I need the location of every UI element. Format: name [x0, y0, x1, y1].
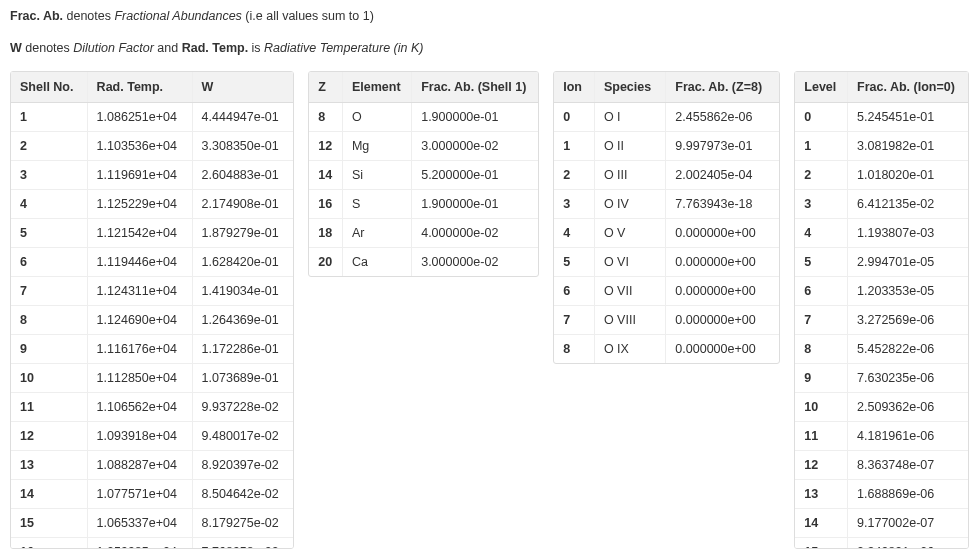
- shells-table: Shell No.Rad. Temp.W 11.086251e+044.4449…: [11, 72, 293, 549]
- table-row[interactable]: 114.181961e-06: [795, 422, 968, 451]
- cell: 0: [554, 103, 594, 132]
- table-row[interactable]: 91.116176e+041.172286e-01: [11, 335, 293, 364]
- table-row[interactable]: 52.994701e-05: [795, 248, 968, 277]
- table-row[interactable]: 151.065337e+048.179275e-02: [11, 509, 293, 538]
- table-row[interactable]: 31.119691e+042.604883e-01: [11, 161, 293, 190]
- table-row[interactable]: 2O III2.002405e-04: [554, 161, 779, 190]
- table-row[interactable]: 101.112850e+041.073689e-01: [11, 364, 293, 393]
- table-row[interactable]: 51.121542e+041.879279e-01: [11, 219, 293, 248]
- levels-table: LevelFrac. Ab. (Ion=0) 05.245451e-0113.0…: [795, 72, 968, 549]
- table-row[interactable]: 21.018020e-01: [795, 161, 968, 190]
- cell: 2.349891e-06: [848, 538, 968, 550]
- cell: 4: [554, 219, 594, 248]
- shells-table-wrap[interactable]: Shell No.Rad. Temp.W 11.086251e+044.4449…: [10, 71, 294, 549]
- cell: Ar: [342, 219, 411, 248]
- table-row[interactable]: 12Mg3.000000e-02: [309, 132, 538, 161]
- table-row[interactable]: 41.125229e+042.174908e-01: [11, 190, 293, 219]
- table-row[interactable]: 13.081982e-01: [795, 132, 968, 161]
- table-row[interactable]: 152.349891e-06: [795, 538, 968, 550]
- cell: 14: [309, 161, 342, 190]
- cell: 15: [795, 538, 847, 550]
- table-row[interactable]: 131.688869e-06: [795, 480, 968, 509]
- cell: 2: [795, 161, 847, 190]
- cell: 8.504642e-02: [192, 480, 293, 509]
- table-row[interactable]: 8O IX0.000000e+00: [554, 335, 779, 364]
- table-row[interactable]: 61.203353e-05: [795, 277, 968, 306]
- levels-table-wrap[interactable]: LevelFrac. Ab. (Ion=0) 05.245451e-0113.0…: [794, 71, 969, 549]
- column-header: Level: [795, 72, 847, 103]
- column-header: Element: [342, 72, 411, 103]
- cell: O IX: [594, 335, 665, 364]
- table-row[interactable]: 81.124690e+041.264369e-01: [11, 306, 293, 335]
- cell: 16: [11, 538, 87, 550]
- cell: Mg: [342, 132, 411, 161]
- table-row[interactable]: 41.193807e-03: [795, 219, 968, 248]
- cell: 6: [795, 277, 847, 306]
- cell: 13: [795, 480, 847, 509]
- cell: 2.002405e-04: [666, 161, 779, 190]
- table-row[interactable]: 131.088287e+048.920397e-02: [11, 451, 293, 480]
- cell: 0.000000e+00: [666, 306, 779, 335]
- cell: 1.116176e+04: [87, 335, 192, 364]
- table-row[interactable]: 128.363748e-07: [795, 451, 968, 480]
- cell: 9.997973e-01: [666, 132, 779, 161]
- table-row[interactable]: 85.452822e-06: [795, 335, 968, 364]
- table-row[interactable]: 0O I2.455862e-06: [554, 103, 779, 132]
- table-row[interactable]: 61.119446e+041.628420e-01: [11, 248, 293, 277]
- cell: 2.174908e-01: [192, 190, 293, 219]
- table-row[interactable]: 111.106562e+049.937228e-02: [11, 393, 293, 422]
- table-row[interactable]: 36.412135e-02: [795, 190, 968, 219]
- column-header: Frac. Ab. (Z=8): [666, 72, 779, 103]
- table-row[interactable]: 71.124311e+041.419034e-01: [11, 277, 293, 306]
- cell: 10: [11, 364, 87, 393]
- cell: 2: [11, 132, 87, 161]
- table-row[interactable]: 21.103536e+043.308350e-01: [11, 132, 293, 161]
- cell: 9.177002e-07: [848, 509, 968, 538]
- table-row[interactable]: 149.177002e-07: [795, 509, 968, 538]
- table-row[interactable]: 141.077571e+048.504642e-02: [11, 480, 293, 509]
- cell: 20: [309, 248, 342, 277]
- table-row[interactable]: 102.509362e-06: [795, 393, 968, 422]
- table-row[interactable]: 20Ca3.000000e-02: [309, 248, 538, 277]
- legend-text: denotes: [22, 41, 73, 55]
- cell: 8.363748e-07: [848, 451, 968, 480]
- cell: 3.081982e-01: [848, 132, 968, 161]
- table-row[interactable]: 18Ar4.000000e-02: [309, 219, 538, 248]
- ions-table-wrap[interactable]: IonSpeciesFrac. Ab. (Z=8) 0O I2.455862e-…: [553, 71, 780, 364]
- cell: 18: [309, 219, 342, 248]
- table-row[interactable]: 3O IV7.763943e-18: [554, 190, 779, 219]
- table-row[interactable]: 5O VI0.000000e+00: [554, 248, 779, 277]
- table-row[interactable]: 05.245451e-01: [795, 103, 968, 132]
- table-row[interactable]: 1O II9.997973e-01: [554, 132, 779, 161]
- cell: 1.073689e-01: [192, 364, 293, 393]
- table-row[interactable]: 121.093918e+049.480017e-02: [11, 422, 293, 451]
- cell: O VIII: [594, 306, 665, 335]
- cell: 7: [554, 306, 594, 335]
- column-header: Frac. Ab. (Shell 1): [412, 72, 539, 103]
- table-row[interactable]: 8O1.900000e-01: [309, 103, 538, 132]
- table-row[interactable]: 6O VII0.000000e+00: [554, 277, 779, 306]
- cell: 8.920397e-02: [192, 451, 293, 480]
- cell: 1: [554, 132, 594, 161]
- table-row[interactable]: 11.086251e+044.444947e-01: [11, 103, 293, 132]
- cell: 1: [795, 132, 847, 161]
- table-row[interactable]: 16S1.900000e-01: [309, 190, 538, 219]
- elements-table-wrap[interactable]: ZElementFrac. Ab. (Shell 1) 8O1.900000e-…: [308, 71, 539, 277]
- cell: O II: [594, 132, 665, 161]
- table-row[interactable]: 73.272569e-06: [795, 306, 968, 335]
- cell: 1.059985e+04: [87, 538, 192, 550]
- table-row[interactable]: 97.630235e-06: [795, 364, 968, 393]
- cell: 5.452822e-06: [848, 335, 968, 364]
- cell: 1.119446e+04: [87, 248, 192, 277]
- legend-text: denotes: [63, 9, 114, 23]
- cell: 0.000000e+00: [666, 277, 779, 306]
- cell: 9.480017e-02: [192, 422, 293, 451]
- table-row[interactable]: 7O VIII0.000000e+00: [554, 306, 779, 335]
- table-row[interactable]: 161.059985e+047.768958e-02: [11, 538, 293, 550]
- table-row[interactable]: 4O V0.000000e+00: [554, 219, 779, 248]
- column-header: Ion: [554, 72, 594, 103]
- cell: 1.119691e+04: [87, 161, 192, 190]
- column-header: Z: [309, 72, 342, 103]
- table-row[interactable]: 14Si5.200000e-01: [309, 161, 538, 190]
- cell: 7.763943e-18: [666, 190, 779, 219]
